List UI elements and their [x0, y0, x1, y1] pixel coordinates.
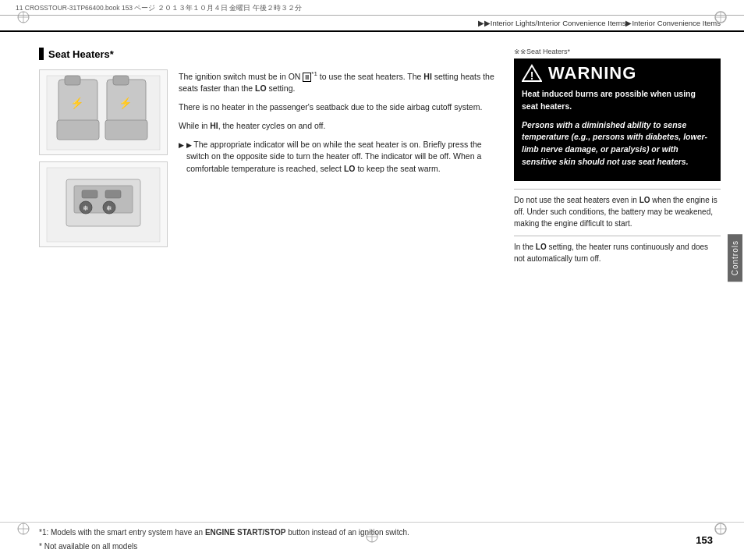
warning-box: ! WARNING Heat induced burns are possibl… [514, 58, 721, 181]
corner-mark-br [713, 521, 728, 537]
section-title-text: Seat Heaters* [48, 48, 114, 60]
left-images-text-layout: ⚡ ⚡ [39, 69, 498, 247]
left-column: Seat Heaters* [39, 48, 498, 514]
svg-text:❄: ❄ [106, 204, 112, 212]
svg-text:!: ! [530, 69, 534, 82]
svg-rect-17 [57, 120, 99, 140]
para1: The ignition switch must be in ON II*1 t… [179, 69, 498, 95]
corner-mark-bl [16, 521, 31, 537]
bottom-center-mark [364, 529, 380, 546]
svg-text:❄: ❄ [83, 204, 89, 212]
svg-text:⚡: ⚡ [119, 97, 133, 110]
para3-bullet: ▶ The appropriate indicator will be on w… [179, 139, 498, 175]
svg-rect-27 [82, 190, 97, 198]
corner-mark-tl [16, 9, 31, 25]
warning-para1: Heat induced burns are possible when usi… [522, 88, 713, 113]
svg-rect-19 [105, 120, 147, 140]
seat-illustration-top: ⚡ ⚡ [43, 72, 164, 154]
page: 11 CROSSTOUR-31TP66400.book 153 ページ ２０１３… [0, 0, 744, 560]
warning-para2: Persons with a diminished ability to sen… [522, 119, 713, 168]
title-bar-icon [39, 48, 44, 60]
note2-text: In the LO setting, the heater runs conti… [514, 241, 721, 264]
images-stack: ⚡ ⚡ [39, 69, 168, 247]
section-title: Seat Heaters* [39, 48, 498, 60]
seat-illustration-bottom: ❄ ❄ [43, 164, 164, 246]
para3-intro: While in HI, the heater cycles on and of… [179, 120, 498, 133]
seat-heaters-ref-label: ※※Seat Heaters* [514, 48, 721, 55]
print-info-text: 11 CROSSTOUR-31TP66400.book 153 ページ ２０１３… [16, 4, 302, 13]
breadcrumb-text: ▶▶Interior Lights/Interior Convenience I… [478, 19, 721, 27]
note-box-2: In the LO setting, the heater runs conti… [514, 236, 721, 264]
svg-rect-21 [113, 76, 129, 85]
warning-triangle-icon: ! [522, 64, 542, 83]
sidebar-controls-label: Controls [728, 234, 742, 282]
svg-text:⚡: ⚡ [70, 97, 84, 110]
page-number: 153 [696, 534, 713, 546]
note-box-1: Do not use the seat heaters even in LO w… [514, 189, 721, 229]
right-column: ※※Seat Heaters* ! WARNING Heat induced b… [514, 48, 721, 514]
para2: There is no heater in the passenger's se… [179, 101, 498, 114]
svg-rect-28 [105, 190, 121, 198]
left-text-block: The ignition switch must be in ON II*1 t… [179, 69, 498, 247]
seat-image-bottom: ❄ ❄ [39, 161, 168, 247]
seat-image-top: ⚡ ⚡ [39, 69, 168, 155]
seat-heaters-ref-icon: ※ [514, 48, 520, 55]
svg-rect-20 [65, 76, 80, 85]
warning-title: ! WARNING [522, 63, 713, 83]
warning-title-text: WARNING [548, 63, 636, 83]
note1-text: Do not use the seat heaters even in LO w… [514, 194, 721, 229]
warning-body: Heat induced burns are possible when usi… [522, 88, 713, 168]
print-info-row: 11 CROSSTOUR-31TP66400.book 153 ページ ２０１３… [0, 0, 744, 16]
main-content: Seat Heaters* [0, 32, 744, 522]
corner-mark-tr [713, 9, 728, 25]
breadcrumb: ▶▶Interior Lights/Interior Convenience I… [0, 16, 744, 32]
